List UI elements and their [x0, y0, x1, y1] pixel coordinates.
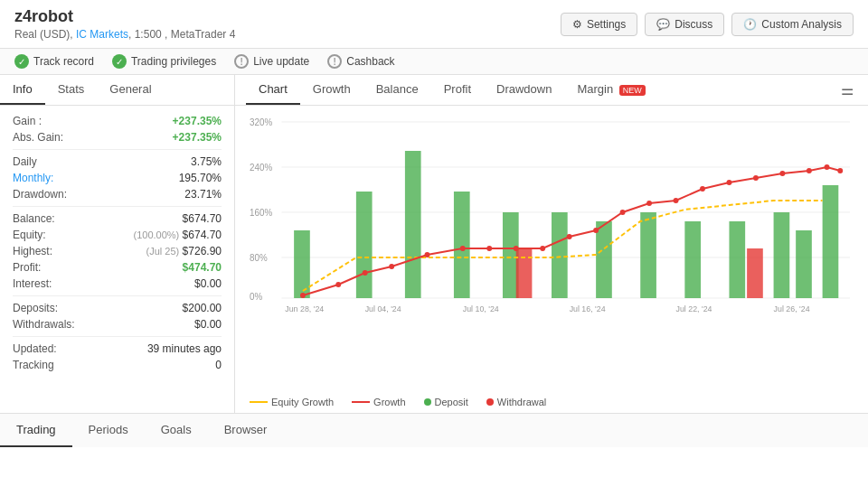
svg-text:0%: 0%	[250, 292, 262, 302]
equity-growth-line-icon	[250, 401, 268, 403]
profit-label: Profit:	[13, 261, 41, 274]
gear-icon: ⚙	[572, 18, 582, 31]
tracking-label: Tracking	[13, 359, 54, 371]
balance-label: Balance:	[13, 212, 55, 225]
account-details: , 1:500 , MetaTrader 4	[128, 28, 235, 41]
interest-value: $0.00	[194, 277, 222, 290]
gain-value: +237.35%	[173, 115, 222, 127]
svg-point-44	[825, 164, 830, 170]
withdrawal-label: Withdrawal	[497, 397, 546, 407]
left-panel: Info Stats General Gain : +237.35% Abs. …	[0, 75, 235, 413]
tab-margin[interactable]: Margin NEW	[564, 75, 657, 105]
header-left: z4robot Real (USD), IC Markets, 1:500 , …	[14, 7, 561, 41]
tab-balance[interactable]: Balance	[363, 75, 431, 105]
legend-equity-growth: Equity Growth	[250, 397, 334, 407]
withdrawals-label: Withdrawals:	[13, 318, 75, 331]
tab-drawdown[interactable]: Drawdown	[484, 75, 564, 105]
live-update-status: ! Live update	[234, 54, 309, 69]
svg-text:80%: 80%	[250, 253, 268, 263]
svg-text:Jul 10, '24: Jul 10, '24	[463, 304, 499, 313]
svg-rect-15	[516, 248, 533, 298]
deposits-row: Deposits: $200.00	[13, 302, 222, 314]
svg-rect-10	[294, 230, 310, 298]
svg-rect-19	[684, 221, 701, 298]
gain-label: Gain :	[13, 115, 42, 127]
svg-point-26	[335, 282, 341, 287]
tab-browser[interactable]: Browser	[208, 414, 284, 447]
svg-rect-20	[729, 221, 745, 298]
svg-text:Jul 26, '24: Jul 26, '24	[774, 304, 810, 313]
interest-row: Interest: $0.00	[13, 277, 222, 290]
discuss-button[interactable]: 💬 Discuss	[645, 13, 724, 36]
clock-icon: 🕐	[743, 18, 757, 31]
track-record-status: ✓ Track record	[14, 54, 94, 69]
svg-point-32	[514, 246, 519, 251]
daily-row: Daily 3.75%	[13, 155, 222, 168]
deposit-dot-icon	[424, 398, 431, 406]
svg-rect-16	[552, 212, 568, 298]
svg-point-35	[593, 228, 599, 233]
equity-row: Equity: (100.00%) $674.70	[13, 229, 222, 241]
trading-privileges-check-icon: ✓	[112, 54, 127, 69]
custom-analysis-button[interactable]: 🕐 Custom Analysis	[731, 13, 854, 36]
daily-label: Daily	[13, 155, 37, 168]
left-tabs: Info Stats General	[0, 75, 234, 106]
highest-value: (Jul 25) $726.90	[146, 245, 222, 257]
tracking-row: Tracking 0	[13, 359, 222, 371]
svg-point-37	[646, 201, 652, 206]
track-record-label: Track record	[33, 55, 94, 68]
svg-rect-24	[823, 185, 839, 298]
svg-point-31	[486, 246, 492, 251]
svg-text:160%: 160%	[250, 208, 272, 218]
equity-value: (100.00%) $674.70	[134, 229, 222, 241]
interest-label: Interest:	[13, 277, 52, 290]
filter-icon[interactable]: ⚌	[837, 78, 857, 102]
tab-growth[interactable]: Growth	[300, 75, 363, 105]
svg-rect-23	[796, 230, 812, 298]
tab-goals[interactable]: Goals	[145, 414, 208, 447]
right-tabs: Chart Growth Balance Profit Drawdown Mar…	[235, 75, 868, 106]
svg-text:Jul 04, '24: Jul 04, '24	[365, 304, 401, 313]
svg-point-27	[363, 270, 368, 276]
svg-text:320%: 320%	[250, 117, 272, 127]
svg-rect-13	[454, 192, 470, 298]
svg-rect-21	[747, 248, 763, 298]
cashback-status: ! Cashback	[327, 54, 394, 69]
svg-rect-17	[596, 221, 612, 298]
monthly-value: 195.70%	[179, 172, 222, 184]
svg-point-39	[700, 186, 705, 192]
header-subtitle: Real (USD), IC Markets, 1:500 , MetaTrad…	[14, 28, 561, 41]
withdrawal-dot-icon	[486, 398, 494, 406]
svg-rect-22	[774, 212, 790, 298]
tab-general[interactable]: General	[97, 75, 164, 105]
highest-prefix: (Jul 25)	[146, 246, 180, 257]
live-update-label: Live update	[253, 55, 309, 68]
abs-gain-value: +237.35%	[173, 131, 222, 144]
tab-periods[interactable]: Periods	[72, 414, 145, 447]
highest-label: Highest:	[13, 245, 52, 257]
tab-trading[interactable]: Trading	[0, 414, 72, 447]
updated-value: 39 minutes ago	[147, 342, 222, 355]
svg-point-36	[620, 210, 626, 215]
tab-profit[interactable]: Profit	[431, 75, 484, 105]
svg-text:Jun 28, '24: Jun 28, '24	[285, 304, 324, 313]
svg-point-45	[837, 168, 843, 173]
tab-stats[interactable]: Stats	[45, 75, 98, 105]
legend-growth: Growth	[352, 397, 405, 407]
bottom-tabs: Trading Periods Goals Browser	[0, 413, 868, 447]
svg-point-28	[389, 264, 394, 269]
svg-point-30	[460, 246, 466, 251]
trading-privileges-label: Trading privileges	[131, 55, 216, 68]
tab-info[interactable]: Info	[0, 75, 45, 105]
growth-label: Growth	[373, 397, 405, 407]
svg-point-29	[425, 252, 430, 257]
tab-chart[interactable]: Chart	[246, 75, 300, 105]
broker-link[interactable]: IC Markets	[76, 28, 128, 41]
trading-privileges-status: ✓ Trading privileges	[112, 54, 216, 69]
equity-label: Equity:	[13, 229, 46, 241]
withdrawals-row: Withdrawals: $0.00	[13, 318, 222, 331]
monthly-row: Monthly: 195.70%	[13, 172, 222, 184]
profit-value: $474.70	[183, 261, 222, 274]
balance-row: Balance: $674.70	[13, 212, 222, 225]
settings-button[interactable]: ⚙ Settings	[561, 13, 637, 36]
